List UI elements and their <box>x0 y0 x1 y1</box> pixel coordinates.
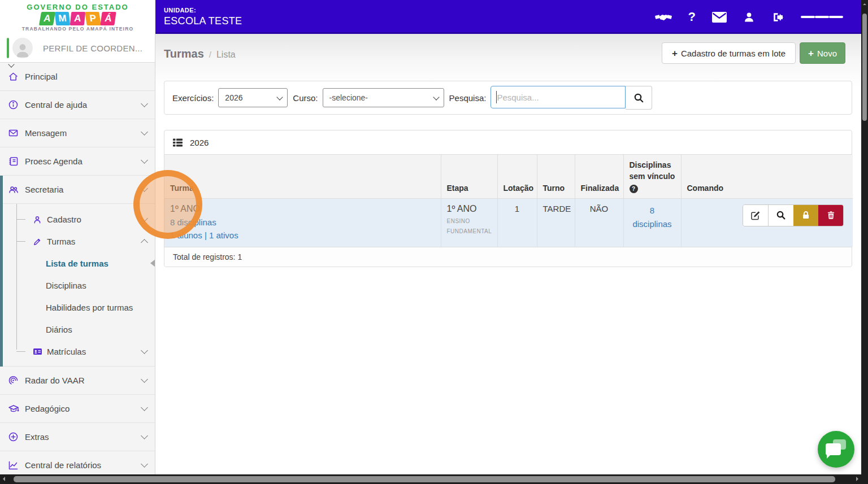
disciplinas-sem-vinculo-link[interactable]: 8 disciplinas <box>630 204 675 231</box>
curso-value: -selecione- <box>329 93 368 102</box>
sidebar-item-central-de-relatorios[interactable]: Central de relatórios <box>0 451 155 474</box>
text-cursor <box>496 91 497 103</box>
logout-icon[interactable] <box>771 11 784 23</box>
logo-letter: P <box>85 12 101 25</box>
sidebar-item-pedagogico[interactable]: Pedagógico <box>0 395 155 423</box>
table-row: 1º ANO 8 disciplinas 1 alunos | 1 ativos… <box>164 198 853 247</box>
logo-word: A M A P Á <box>40 12 116 25</box>
messages-envelope-icon[interactable] <box>712 12 727 23</box>
new-button[interactable]: + Novo <box>800 42 845 64</box>
sidebar-item-radar-do-vaar[interactable]: Radar do VAAR <box>0 367 155 395</box>
list-icon <box>173 138 183 147</box>
sidebar-item-label: Extras <box>25 432 142 442</box>
users-icon <box>8 184 25 195</box>
chevron-down-icon <box>433 94 439 100</box>
chevron-down-icon <box>141 376 148 383</box>
sidebar-item-secretaria[interactable]: Secretaria <box>3 176 155 204</box>
filter-bar: Exercícios: 2026 Curso: -selecione- Pesq… <box>164 81 852 115</box>
logo-line2: TRABALHANDO PELO AMAPÁ INTEIRO <box>22 26 134 32</box>
chevron-down-icon <box>141 404 148 411</box>
sidebar-item-mensagem[interactable]: Mensagem <box>0 119 155 147</box>
col-header-label: Disciplinas sem vínculo <box>630 159 675 182</box>
help-circle-icon[interactable]: ? <box>630 185 638 193</box>
logo-letter: M <box>55 12 71 25</box>
batch-register-button[interactable]: + Cadastro de turmas em lote <box>662 42 796 64</box>
sidebar-item-proesc-agenda[interactable]: Proesc Agenda <box>0 147 155 176</box>
col-header-turma: Turma <box>164 155 441 198</box>
sidebar-item-label: Secretaria <box>25 185 142 194</box>
horizontal-scroll-thumb[interactable] <box>14 476 835 482</box>
exercicios-select[interactable]: 2026 <box>218 88 288 107</box>
curso-label: Curso: <box>293 93 318 103</box>
sidebar-item-label: Mensagem <box>25 128 142 138</box>
sidebar-item-matriculas[interactable]: Matrículas <box>3 341 155 363</box>
etapa-sub: ENSINO <box>447 216 492 226</box>
main-content: Turmas / Lista + Cadastro de turmas em l… <box>155 34 861 474</box>
online-status-bar <box>7 38 9 58</box>
scroll-up-arrow[interactable] <box>863 3 866 5</box>
logo-line1: GOVERNO DO ESTADO <box>27 3 128 11</box>
scroll-left-arrow[interactable] <box>3 477 5 481</box>
radar-icon <box>8 375 25 386</box>
sidebar-item-disciplinas[interactable]: Disciplinas <box>3 274 155 296</box>
turma-title: 1º ANO <box>170 204 435 214</box>
sidebar-item-label: Cadastro <box>47 215 155 224</box>
sidebar-item-label: Diários <box>46 325 72 334</box>
pesquisa-label: Pesquisa: <box>449 93 487 103</box>
horizontal-scrollbar[interactable] <box>0 474 861 484</box>
col-header-disciplinas-sem-vinculo: Disciplinas sem vínculo ? <box>623 155 681 198</box>
col-header-etapa: Etapa <box>441 155 497 198</box>
scrollbar-corner <box>861 474 868 484</box>
scroll-right-arrow[interactable] <box>856 477 858 481</box>
panel-header: 2026 <box>164 130 852 155</box>
turma-disciplinas-link[interactable]: 8 disciplinas <box>170 216 435 229</box>
cell-turno: TARDE <box>537 198 575 247</box>
graduation-cap-icon <box>8 403 25 414</box>
sidebar-item-label: Disciplinas <box>46 281 86 290</box>
secretaria-submenu: Cadastro Turmas Lista de turmas <box>3 204 155 367</box>
logo-letter: A <box>39 12 55 25</box>
chat-widget-button[interactable] <box>818 431 854 468</box>
cell-turma: 1º ANO 8 disciplinas 1 alunos | 1 ativos <box>164 198 441 247</box>
sidebar-item-label: Matrículas <box>47 347 155 356</box>
vertical-scroll-thumb[interactable] <box>862 14 867 121</box>
amapa-logo[interactable]: GOVERNO DO ESTADO A M A P Á TRABALHANDO … <box>0 0 155 34</box>
curso-select[interactable]: -selecione- <box>323 88 444 107</box>
cell-etapa: 1º ANO ENSINO FUNDAMENTAL <box>441 198 497 247</box>
sidebar-item-diarios[interactable]: Diários <box>3 319 155 341</box>
profile-box[interactable]: PERFIL DE COORDEN... <box>0 34 155 63</box>
help-icon[interactable]: ? <box>688 11 696 23</box>
col-header-comando: Comando <box>681 155 853 198</box>
cell-disciplinas-sem-vinculo: 8 disciplinas <box>623 198 681 247</box>
sidebar-item-cadastro[interactable]: Cadastro <box>3 208 155 230</box>
info-circle-icon <box>8 99 25 110</box>
sidebar-item-habilidades-por-turmas[interactable]: Habilidades por turmas <box>3 296 155 319</box>
pencil-icon <box>32 237 47 247</box>
menu-hamburger-icon[interactable] <box>801 14 843 20</box>
page-title: Turmas <box>164 47 204 60</box>
search-button[interactable] <box>626 86 652 110</box>
records-total: Total de registros: 1 <box>164 247 852 267</box>
search-input[interactable] <box>491 86 626 108</box>
chevron-down-icon <box>141 156 148 164</box>
edit-button[interactable] <box>743 205 768 226</box>
vertical-scrollbar[interactable] <box>861 0 868 484</box>
home-icon <box>8 71 25 82</box>
sidebar-item-turmas[interactable]: Turmas <box>3 230 155 252</box>
sidebar-item-label: Proesc Agenda <box>25 156 142 166</box>
profile-user-icon[interactable] <box>743 11 755 23</box>
sidebar: PERFIL DE COORDEN... Principal Central d… <box>0 34 155 474</box>
view-search-button[interactable] <box>768 205 793 226</box>
sidebar-item-extras[interactable]: Extras <box>0 423 155 451</box>
turma-alunos-link[interactable]: 1 alunos | 1 ativos <box>170 229 435 242</box>
lock-button[interactable] <box>793 205 818 226</box>
delete-trash-button[interactable] <box>818 205 843 226</box>
sidebar-item-label: Radar do VAAR <box>25 376 142 385</box>
col-header-lotacao: Lotação <box>497 155 537 198</box>
sidebar-item-principal[interactable]: Principal <box>0 63 155 91</box>
sidebar-item-label: Lista de turmas <box>46 259 108 268</box>
partnership-handshake-icon[interactable] <box>655 11 672 23</box>
etapa-title: 1º ANO <box>447 204 492 214</box>
sidebar-item-lista-de-turmas[interactable]: Lista de turmas <box>3 252 155 274</box>
sidebar-item-central-de-ajuda[interactable]: Central de ajuda <box>0 91 155 119</box>
